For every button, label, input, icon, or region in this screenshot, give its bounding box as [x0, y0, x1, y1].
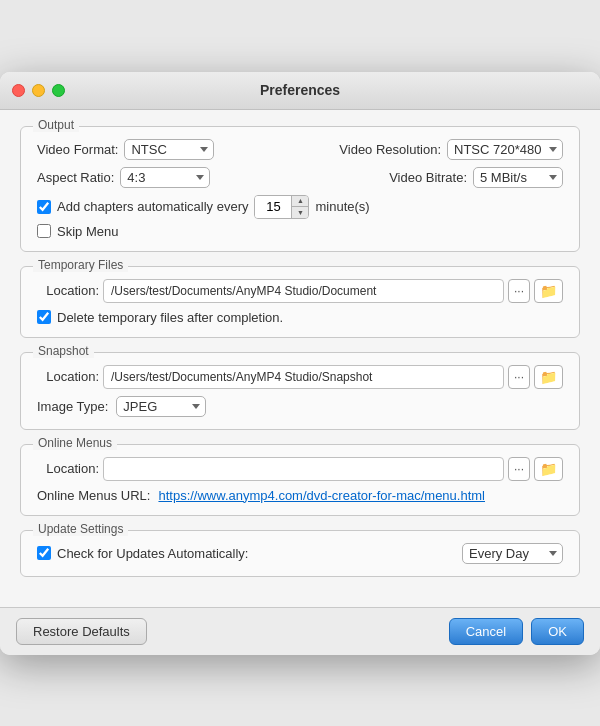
- chapters-row: Add chapters automatically every ▲ ▼ min…: [37, 195, 563, 219]
- online-menus-section: Online Menus Location: ··· 📁 Online Menu…: [20, 444, 580, 516]
- temp-ellipsis-button[interactable]: ···: [508, 279, 530, 303]
- minimize-button[interactable]: [32, 84, 45, 97]
- chapters-checkbox[interactable]: [37, 200, 51, 214]
- footer-right-buttons: Cancel OK: [449, 618, 584, 645]
- skip-menu-label: Skip Menu: [57, 224, 118, 239]
- temp-location-label: Location:: [37, 283, 99, 298]
- video-format-row: Video Format: NTSC PAL Film Video Resolu…: [37, 139, 563, 160]
- delete-temp-checkbox[interactable]: [37, 310, 51, 324]
- video-format-group: Video Format: NTSC PAL Film: [37, 139, 214, 160]
- snapshot-section: Snapshot Location: ··· 📁 Image Type: JPE…: [20, 352, 580, 430]
- snapshot-location-label: Location:: [37, 369, 99, 384]
- window-title: Preferences: [260, 82, 340, 98]
- snapshot-folder-icon: 📁: [540, 369, 557, 385]
- online-location-row: Location: ··· 📁: [37, 457, 563, 481]
- image-type-row: Image Type: JPEG PNG BMP: [37, 396, 563, 417]
- delete-temp-row: Delete temporary files after completion.: [37, 310, 563, 325]
- video-resolution-select[interactable]: NTSC 720*480 NTSC 720*576 HD 1280*720 HD…: [447, 139, 563, 160]
- delete-temp-label: Delete temporary files after completion.: [57, 310, 283, 325]
- output-section-title: Output: [33, 118, 79, 132]
- temp-folder-button[interactable]: 📁: [534, 279, 563, 303]
- video-resolution-label: Video Resolution:: [339, 142, 441, 157]
- restore-defaults-button[interactable]: Restore Defaults: [16, 618, 147, 645]
- online-folder-icon: 📁: [540, 461, 557, 477]
- ok-button[interactable]: OK: [531, 618, 584, 645]
- online-url-link[interactable]: https://www.anymp4.com/dvd-creator-for-m…: [158, 488, 485, 503]
- online-ellipsis-button[interactable]: ···: [508, 457, 530, 481]
- video-resolution-group: Video Resolution: NTSC 720*480 NTSC 720*…: [339, 139, 563, 160]
- footer: Restore Defaults Cancel OK: [0, 607, 600, 655]
- video-bitrate-label: Video Bitrate:: [389, 170, 467, 185]
- chapters-unit: minute(s): [315, 199, 369, 214]
- stepper-down-button[interactable]: ▼: [292, 207, 308, 218]
- update-check-group: Check for Updates Automatically:: [37, 546, 248, 561]
- video-format-select[interactable]: NTSC PAL Film: [124, 139, 214, 160]
- maximize-button[interactable]: [52, 84, 65, 97]
- traffic-lights: [12, 84, 65, 97]
- chapters-label: Add chapters automatically every: [57, 199, 248, 214]
- aspect-ratio-row: Aspect Ratio: 4:3 16:9 Video Bitrate: 3 …: [37, 167, 563, 188]
- image-type-label: Image Type:: [37, 399, 108, 414]
- update-frequency-select[interactable]: Every Day Every Week Every Month Never: [462, 543, 563, 564]
- titlebar: Preferences: [0, 72, 600, 110]
- output-section: Output Video Format: NTSC PAL Film Video…: [20, 126, 580, 252]
- video-bitrate-select[interactable]: 3 MBit/s 5 MBit/s 8 MBit/s: [473, 167, 563, 188]
- snapshot-section-title: Snapshot: [33, 344, 94, 358]
- snapshot-folder-button[interactable]: 📁: [534, 365, 563, 389]
- preferences-window: Preferences Output Video Format: NTSC PA…: [0, 72, 600, 655]
- update-frequency-group: Every Day Every Week Every Month Never: [462, 543, 563, 564]
- online-location-input[interactable]: [103, 457, 504, 481]
- chapters-stepper: ▲ ▼: [254, 195, 309, 219]
- online-url-label: Online Menus URL:: [37, 488, 150, 503]
- aspect-ratio-label: Aspect Ratio:: [37, 170, 114, 185]
- online-folder-button[interactable]: 📁: [534, 457, 563, 481]
- aspect-ratio-select[interactable]: 4:3 16:9: [120, 167, 210, 188]
- temp-location-row: Location: ··· 📁: [37, 279, 563, 303]
- update-checkbox[interactable]: [37, 546, 51, 560]
- aspect-ratio-group: Aspect Ratio: 4:3 16:9: [37, 167, 210, 188]
- snapshot-ellipsis-button[interactable]: ···: [508, 365, 530, 389]
- temp-files-section: Temporary Files Location: ··· 📁 Delete t…: [20, 266, 580, 338]
- temp-location-input[interactable]: [103, 279, 504, 303]
- update-settings-section: Update Settings Check for Updates Automa…: [20, 530, 580, 577]
- temp-folder-icon: 📁: [540, 283, 557, 299]
- update-row: Check for Updates Automatically: Every D…: [37, 543, 563, 564]
- skip-menu-checkbox[interactable]: [37, 224, 51, 238]
- update-check-label: Check for Updates Automatically:: [57, 546, 248, 561]
- image-type-select[interactable]: JPEG PNG BMP: [116, 396, 206, 417]
- snapshot-location-row: Location: ··· 📁: [37, 365, 563, 389]
- chapters-input[interactable]: [255, 196, 291, 218]
- snapshot-location-input[interactable]: [103, 365, 504, 389]
- cancel-button[interactable]: Cancel: [449, 618, 523, 645]
- close-button[interactable]: [12, 84, 25, 97]
- online-menus-section-title: Online Menus: [33, 436, 117, 450]
- online-url-row: Online Menus URL: https://www.anymp4.com…: [37, 488, 563, 503]
- online-location-label: Location:: [37, 461, 99, 476]
- stepper-up-button[interactable]: ▲: [292, 196, 308, 207]
- video-bitrate-group: Video Bitrate: 3 MBit/s 5 MBit/s 8 MBit/…: [389, 167, 563, 188]
- video-format-label: Video Format:: [37, 142, 118, 157]
- skip-menu-row: Skip Menu: [37, 224, 563, 239]
- content-area: Output Video Format: NTSC PAL Film Video…: [0, 110, 600, 607]
- temp-files-section-title: Temporary Files: [33, 258, 128, 272]
- stepper-buttons: ▲ ▼: [291, 196, 308, 218]
- update-settings-section-title: Update Settings: [33, 522, 128, 536]
